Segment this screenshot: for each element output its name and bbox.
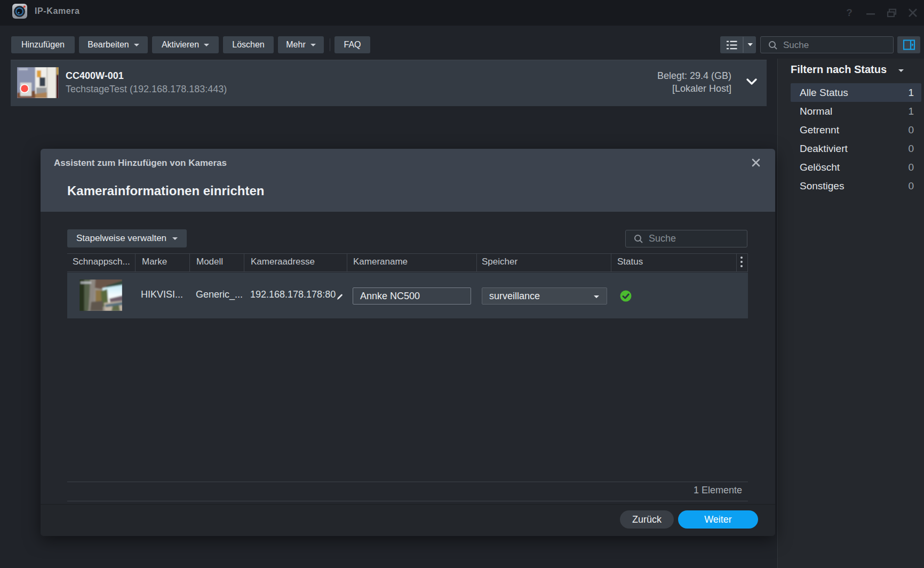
svg-text:?: ? (846, 7, 853, 18)
